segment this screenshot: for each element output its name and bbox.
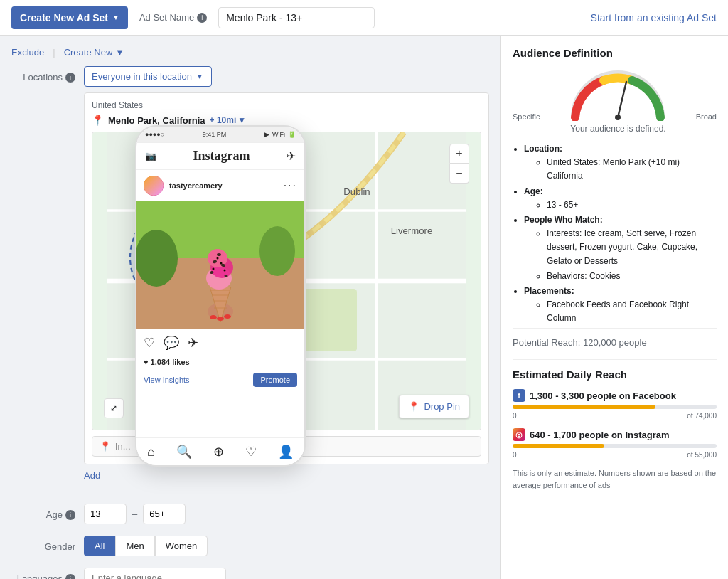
view-insights-link[interactable]: View Insights [144, 376, 190, 384]
age-row: Age i – [11, 504, 489, 524]
svg-point-43 [224, 270, 226, 272]
home-nav-icon[interactable]: ⌂ [147, 445, 155, 460]
behaviors-detail: Behaviors: Cookies [547, 270, 717, 283]
gender-men-button[interactable]: Men [115, 536, 154, 556]
exclude-link[interactable]: Exclude [11, 47, 44, 58]
add-button[interactable]: Add [84, 470, 489, 481]
location-name: Menlo Park, California [108, 115, 205, 126]
create-new-ad-set-button[interactable]: Create New Ad Set ▼ [11, 6, 128, 29]
profile-nav-icon[interactable]: 👤 [278, 444, 294, 460]
pipe-divider: | [53, 47, 55, 58]
country-label: United States [92, 100, 481, 110]
age-min-input[interactable] [84, 504, 127, 524]
age-inputs: – [84, 504, 186, 524]
main-content: Exclude | Create New ▼ Locations i Every… [0, 36, 728, 579]
phone-battery-icons: ▶WiFi🔋 [264, 131, 296, 138]
phone-status-bar: ●●●●○ 9:41 PM ▶WiFi🔋 [136, 127, 304, 143]
comment-icon[interactable]: 💬 [164, 335, 179, 351]
post-likes: ♥ 1,084 likes [136, 356, 304, 368]
promote-button[interactable]: Promote [253, 373, 297, 387]
languages-label: Languages i [11, 568, 75, 579]
facebook-bar-container [513, 405, 717, 409]
fb-reach-text: 1,300 - 3,300 people on Facebook [530, 391, 676, 401]
exclude-create-row: Exclude | Create New ▼ [11, 47, 489, 58]
svg-point-42 [213, 268, 215, 270]
interests-detail: Interests: Ice cream, Soft serve, Frozen… [547, 227, 717, 268]
svg-point-46 [224, 314, 231, 319]
instagram-logo: Instagram [193, 149, 250, 164]
svg-point-41 [220, 262, 223, 265]
header: Create New Ad Set ▼ Ad Set Name i Start … [0, 0, 728, 36]
instagram-bar-fill [513, 444, 604, 448]
languages-input[interactable] [84, 568, 226, 579]
create-new-link[interactable]: Create New ▼ [64, 47, 124, 58]
phone-signal-icons: ●●●●○ [145, 131, 164, 138]
fb-bar-min: 0 [513, 412, 517, 420]
instagram-nav-icons: ✈ [287, 149, 296, 163]
post-actions: ♡ 💬 ✈ [136, 329, 304, 356]
locations-info-icon[interactable]: i [65, 73, 75, 83]
radius-button[interactable]: + 10mi ▼ [210, 115, 247, 125]
phone-bottom-nav: ⌂ 🔍 ⊕ ♡ 👤 [136, 437, 304, 465]
phone-time: 9:41 PM [203, 131, 227, 138]
left-panel: Exclude | Create New ▼ Locations i Every… [0, 36, 500, 579]
like-icon[interactable]: ♡ [144, 335, 155, 351]
svg-line-47 [618, 82, 626, 117]
age-label: Age i [11, 504, 75, 520]
svg-text:Livermore: Livermore [391, 225, 433, 236]
gender-buttons: All Men Women [84, 536, 208, 556]
zoom-out-button[interactable]: − [449, 164, 469, 184]
languages-info-icon[interactable]: i [65, 574, 75, 580]
languages-row: Languages i [11, 568, 489, 579]
camera-icon[interactable]: 📷 [145, 151, 156, 161]
gauge-svg [568, 68, 668, 121]
radius-chevron-icon: ▼ [237, 115, 246, 125]
zoom-in-button[interactable]: + [449, 144, 469, 164]
share-icon[interactable]: ✈ [188, 335, 198, 351]
facebook-icon: f [513, 389, 525, 402]
search-pin-icon: 📍 [100, 441, 111, 452]
gender-all-button[interactable]: All [84, 536, 115, 556]
locations-label: Locations i [11, 66, 75, 83]
instagram-header: 📷 Instagram ✈ [136, 143, 304, 170]
pin-icon-btn: 📍 [408, 401, 419, 412]
post-header: tastycreamery ··· [136, 170, 304, 201]
ad-set-name-label: Ad Set Name i [139, 12, 207, 23]
create-btn-label: Create New Ad Set [20, 12, 108, 23]
start-existing-link[interactable]: Start from an existing Ad Set [591, 12, 717, 23]
phone-mockup: ●●●●○ 9:41 PM ▶WiFi🔋 📷 Instagram [135, 125, 306, 467]
heart-icon: ♥ [144, 358, 149, 366]
ig-bar-max: of 55,000 [687, 451, 717, 459]
svg-point-37 [217, 253, 221, 256]
search-nav-icon[interactable]: 🔍 [176, 444, 192, 460]
map-phone-container: 680 85 Dublin Livermore Fremont San [92, 132, 481, 430]
location-bullet: Location: United States: Menlo Park (+10… [524, 142, 717, 184]
avatar [144, 176, 164, 196]
plus-nav-icon[interactable]: ⊕ [213, 444, 224, 460]
placements-detail: Facebook Feeds and Facebook Right Column [547, 298, 717, 325]
heart-nav-icon[interactable]: ♡ [245, 444, 257, 460]
locations-row: Locations i Everyone in this location ▼ … [11, 66, 489, 492]
ad-set-name-input[interactable] [218, 7, 375, 28]
instagram-bar-container [513, 444, 717, 448]
facebook-bar-fill [513, 405, 655, 409]
post-image [136, 201, 304, 329]
people-match-bullet: People Who Match: Interests: Ice cream, … [524, 213, 717, 283]
map-expand-button[interactable]: ⤢ [104, 398, 124, 418]
svg-point-44 [210, 315, 217, 319]
send-icon[interactable]: ✈ [287, 149, 296, 163]
facebook-bar-labels: 0 of 74,000 [513, 412, 717, 420]
age-info-icon[interactable]: i [65, 510, 75, 520]
gender-label: Gender [11, 536, 75, 552]
ad-set-name-info-icon[interactable]: i [197, 13, 207, 23]
gender-women-button[interactable]: Women [155, 536, 208, 556]
age-max-input[interactable] [143, 504, 186, 524]
placements-bullet: Placements: Facebook Feeds and Facebook … [524, 285, 717, 326]
age-detail: 13 - 65+ [547, 198, 717, 212]
right-panel: Audience Definition Specific [500, 36, 728, 579]
drop-pin-button[interactable]: 📍 Drop Pin [399, 395, 469, 418]
location-dropdown-chevron-icon: ▼ [196, 73, 203, 80]
post-more-button[interactable]: ··· [284, 179, 297, 192]
location-dropdown[interactable]: Everyone in this location ▼ [84, 66, 212, 87]
instagram-reach: ◎ 640 - 1,700 people on Instagram 0 of 5… [513, 428, 717, 459]
